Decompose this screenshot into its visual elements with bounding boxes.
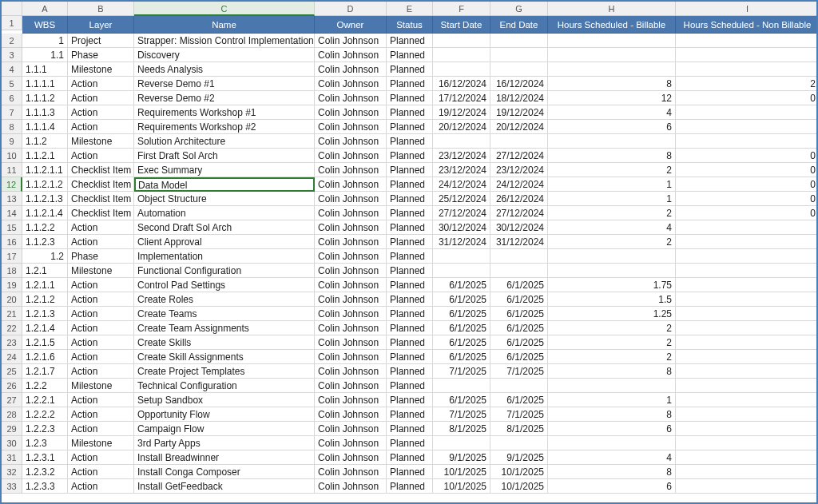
cell-H26[interactable] xyxy=(548,379,676,393)
cell-B2[interactable]: Project xyxy=(68,34,134,48)
row-header-32[interactable]: 32 xyxy=(2,465,22,479)
cell-H33[interactable]: 6 xyxy=(548,479,676,494)
cell-G10[interactable]: 27/12/2024 xyxy=(490,149,548,163)
cell-E8[interactable]: Planned xyxy=(387,120,433,134)
cell-F26[interactable] xyxy=(433,379,490,393)
cell-C30[interactable]: 3rd Party Apps xyxy=(134,436,315,450)
cell-H28[interactable]: 8 xyxy=(548,407,676,422)
cell-C8[interactable]: Requirements Workshop #2 xyxy=(134,120,315,134)
cell-E16[interactable]: Planned xyxy=(387,235,433,249)
cell-C6[interactable]: Reverse Demo #2 xyxy=(134,91,315,105)
cell-C27[interactable]: Setup Sandbox xyxy=(134,393,315,407)
cell-G3[interactable] xyxy=(490,48,548,62)
cell-C16[interactable]: Client Approval xyxy=(134,235,315,249)
cell-D2[interactable]: Colin Johnson xyxy=(315,34,387,48)
cell-I30[interactable] xyxy=(676,436,818,450)
col-header-E[interactable]: E xyxy=(387,2,433,16)
cell-G28[interactable]: 7/1/2025 xyxy=(490,407,548,422)
cell-F16[interactable]: 31/12/2024 xyxy=(433,235,490,249)
cell-C25[interactable]: Create Project Templates xyxy=(134,364,315,379)
cell-B27[interactable]: Action xyxy=(68,393,134,407)
cell-H32[interactable]: 8 xyxy=(548,465,676,479)
cell-D8[interactable]: Colin Johnson xyxy=(315,120,387,134)
cell-A5[interactable]: 1.1.1.1 xyxy=(22,77,68,91)
col-header-H[interactable]: H xyxy=(548,2,676,16)
cell-I20[interactable] xyxy=(676,292,818,307)
cell-A31[interactable]: 1.2.3.1 xyxy=(22,450,68,465)
row-header-21[interactable]: 21 xyxy=(2,307,22,321)
cell-F27[interactable]: 6/1/2025 xyxy=(433,393,490,407)
cell-B9[interactable]: Milestone xyxy=(68,134,134,149)
cell-D33[interactable]: Colin Johnson xyxy=(315,479,387,494)
cell-A4[interactable]: 1.1.1 xyxy=(22,62,68,77)
cell-E27[interactable]: Planned xyxy=(387,393,433,407)
cell-C12[interactable]: Data Model xyxy=(134,177,315,192)
cell-H2[interactable] xyxy=(548,34,676,48)
cell-H15[interactable]: 4 xyxy=(548,220,676,235)
cell-D7[interactable]: Colin Johnson xyxy=(315,105,387,120)
cell-I12[interactable]: 0 xyxy=(676,177,818,192)
cell-I29[interactable] xyxy=(676,422,818,436)
row-header-14[interactable]: 14 xyxy=(2,206,22,220)
row-header-33[interactable]: 33 xyxy=(2,479,22,494)
cell-B31[interactable]: Action xyxy=(68,450,134,465)
cell-B19[interactable]: Action xyxy=(68,278,134,292)
col-header-D[interactable]: D xyxy=(315,2,387,16)
row-header-13[interactable]: 13 xyxy=(2,192,22,206)
cell-E9[interactable]: Planned xyxy=(387,134,433,149)
cell-E10[interactable]: Planned xyxy=(387,149,433,163)
cell-B22[interactable]: Action xyxy=(68,321,134,335)
col-header-I[interactable]: I xyxy=(676,2,818,16)
cell-E18[interactable]: Planned xyxy=(387,264,433,278)
cell-A9[interactable]: 1.1.2 xyxy=(22,134,68,149)
cell-G2[interactable] xyxy=(490,34,548,48)
cell-H19[interactable]: 1.75 xyxy=(548,278,676,292)
cell-G29[interactable]: 8/1/2025 xyxy=(490,422,548,436)
cell-C33[interactable]: Install GetFeedback xyxy=(134,479,315,494)
cell-B24[interactable]: Action xyxy=(68,350,134,364)
cell-I19[interactable] xyxy=(676,278,818,292)
row-header-5[interactable]: 5 xyxy=(2,77,22,91)
cell-G7[interactable]: 19/12/2024 xyxy=(490,105,548,120)
cell-I6[interactable]: 0 xyxy=(676,91,818,105)
cell-G6[interactable]: 18/12/2024 xyxy=(490,91,548,105)
cell-D17[interactable]: Colin Johnson xyxy=(315,249,387,264)
row-header-8[interactable]: 8 xyxy=(2,120,22,134)
cell-I10[interactable]: 0 xyxy=(676,149,818,163)
cell-A8[interactable]: 1.1.1.4 xyxy=(22,120,68,134)
cell-F25[interactable]: 7/1/2025 xyxy=(433,364,490,379)
cell-D12[interactable]: Colin Johnson xyxy=(315,177,387,192)
cell-A28[interactable]: 1.2.2.2 xyxy=(22,407,68,422)
cell-B33[interactable]: Action xyxy=(68,479,134,494)
cell-A26[interactable]: 1.2.2 xyxy=(22,379,68,393)
cell-G19[interactable]: 6/1/2025 xyxy=(490,278,548,292)
row-header-22[interactable]: 22 xyxy=(2,321,22,335)
cell-D23[interactable]: Colin Johnson xyxy=(315,335,387,350)
cell-H23[interactable]: 2 xyxy=(548,335,676,350)
row-header-31[interactable]: 31 xyxy=(2,450,22,465)
cell-H7[interactable]: 4 xyxy=(548,105,676,120)
row-header-27[interactable]: 27 xyxy=(2,393,22,407)
cell-F28[interactable]: 7/1/2025 xyxy=(433,407,490,422)
row-header-15[interactable]: 15 xyxy=(2,220,22,235)
cell-A2[interactable]: 1 xyxy=(22,34,68,48)
cell-I4[interactable] xyxy=(676,62,818,77)
cell-B10[interactable]: Action xyxy=(68,149,134,163)
cell-B12[interactable]: Checklist Item xyxy=(68,177,134,192)
cell-D19[interactable]: Colin Johnson xyxy=(315,278,387,292)
cell-C20[interactable]: Create Roles xyxy=(134,292,315,307)
cell-A16[interactable]: 1.1.2.3 xyxy=(22,235,68,249)
cell-G21[interactable]: 6/1/2025 xyxy=(490,307,548,321)
cell-H6[interactable]: 12 xyxy=(548,91,676,105)
cell-A3[interactable]: 1.1 xyxy=(22,48,68,62)
cell-B4[interactable]: Milestone xyxy=(68,62,134,77)
cell-F24[interactable]: 6/1/2025 xyxy=(433,350,490,364)
cell-B25[interactable]: Action xyxy=(68,364,134,379)
cell-E32[interactable]: Planned xyxy=(387,465,433,479)
cell-A24[interactable]: 1.2.1.6 xyxy=(22,350,68,364)
cell-F33[interactable]: 10/1/2025 xyxy=(433,479,490,494)
cell-A33[interactable]: 1.2.3.3 xyxy=(22,479,68,494)
cell-D16[interactable]: Colin Johnson xyxy=(315,235,387,249)
cell-C2[interactable]: Strapper: Mission Control Implementation xyxy=(134,34,315,48)
cell-A30[interactable]: 1.2.3 xyxy=(22,436,68,450)
